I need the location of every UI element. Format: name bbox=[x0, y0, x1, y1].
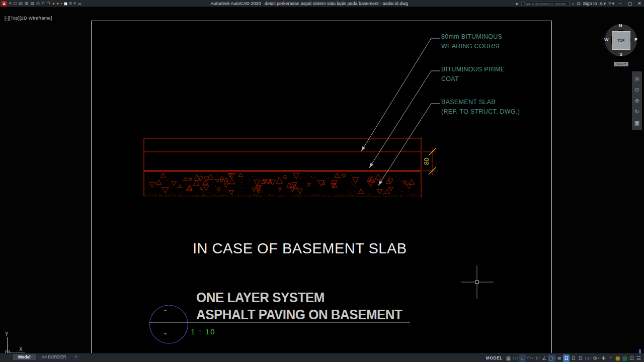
sheet-number: - bbox=[164, 329, 167, 337]
polar-tracking-icon[interactable]: ◠▾ bbox=[526, 354, 533, 362]
title-line-2: ASPHALT PAVING ON BASEMENT bbox=[196, 307, 402, 323]
navigation-bar[interactable]: ◎⊙⊕↻▣ bbox=[632, 71, 642, 130]
layout-tabs: Model A4 BORDER + bbox=[13, 354, 80, 360]
status-icons: MODEL ▦∷▾∟◠▾∖▾∠▢▾≣ΩΩΩ1:1▾⚙▾✚º▩▨⊡☰ bbox=[486, 353, 642, 362]
help-icon[interactable]: ? ▾ bbox=[608, 1, 614, 6]
redo-icon[interactable]: ↷ bbox=[47, 0, 50, 7]
viewcube-top-face[interactable]: TOP bbox=[612, 31, 630, 50]
new-icon[interactable]: ▢ bbox=[13, 0, 17, 7]
close-button[interactable]: ✕ bbox=[636, 1, 643, 6]
annotation-2: BITUMINOUS PRIMECOAT bbox=[441, 65, 505, 84]
viewcube-east[interactable]: E bbox=[634, 37, 637, 42]
layer-thaw-icon[interactable]: ● bbox=[56, 0, 58, 7]
annotation-scale-icon[interactable]: Ω bbox=[577, 354, 584, 362]
qat-icons: ▢▤▥▧⎙↶↷ bbox=[13, 0, 50, 7]
viewcube-west[interactable]: W bbox=[604, 37, 609, 42]
title-bar: A ▾ ▢▤▥▧⎙↶↷ ● ● ▪ 0 ▾ ⚌ Autodesk AutoCAD… bbox=[0, 0, 644, 7]
scale-label: 1 : 10 bbox=[191, 327, 216, 336]
add-layout-button[interactable]: + bbox=[72, 354, 80, 360]
search-expand-icon[interactable]: ▸ bbox=[516, 1, 519, 6]
svg-text:Y: Y bbox=[5, 331, 9, 337]
app-menu-chevron-icon[interactable]: ▾ bbox=[9, 0, 11, 7]
search-input[interactable] bbox=[521, 1, 570, 6]
drawing-canvas[interactable]: [-][Top][2D Wireframe] 80YX 80mm BITUMIN… bbox=[0, 7, 644, 353]
navigation-wheel-icon[interactable]: ◎ bbox=[634, 76, 639, 81]
tab-a4-border[interactable]: A4 BORDER bbox=[37, 354, 71, 360]
quick-properties-icon[interactable]: º bbox=[607, 354, 614, 362]
snap-icon[interactable]: ∷▾ bbox=[512, 354, 519, 362]
workspace-icon[interactable]: ⚙▾ bbox=[593, 354, 600, 362]
zoom-icon[interactable]: ⊕ bbox=[634, 98, 639, 104]
orbit-icon[interactable]: ↻ bbox=[634, 109, 639, 115]
viewcube-south[interactable]: S bbox=[619, 52, 622, 57]
maximize-button[interactable]: ▢ bbox=[626, 1, 633, 6]
quick-access-toolbar: A ▾ ▢▤▥▧⎙↶↷ ● ● ▪ 0 ▾ ⚌ bbox=[2, 0, 82, 7]
search-icon[interactable]: ⌕ bbox=[572, 1, 575, 7]
svg-text:X: X bbox=[19, 346, 23, 352]
annotation-1: 80mm BITUMINOUSWEARING COURSE bbox=[441, 32, 502, 51]
customize-icon[interactable]: ☰ bbox=[635, 354, 642, 362]
viewport-controls-label[interactable]: [-][Top][2D Wireframe] bbox=[5, 16, 52, 21]
layer-lock-icon[interactable]: ▪ bbox=[61, 0, 62, 7]
title-underline bbox=[149, 322, 410, 322]
tray-notification bbox=[639, 349, 641, 353]
detail-number: - bbox=[164, 306, 167, 314]
lineweight-icon[interactable]: ≣ bbox=[556, 354, 562, 362]
annotation-visibility-icon[interactable]: Ω bbox=[563, 354, 570, 362]
object-snap-tracking-icon[interactable]: ∖▾ bbox=[534, 354, 540, 362]
pan-icon[interactable]: ⊙ bbox=[634, 87, 639, 93]
layer-dropdown-chevron-icon[interactable]: ▾ bbox=[73, 0, 75, 7]
ortho-icon[interactable]: ∟ bbox=[519, 354, 526, 362]
autocad-logo[interactable]: A bbox=[2, 1, 7, 7]
clean-screen-icon[interactable]: ⊡ bbox=[628, 354, 635, 362]
annotation-3: BASEMENT SLAB(REF. TO STRUCT. DWG.) bbox=[441, 98, 520, 117]
save-icon[interactable]: ▥ bbox=[25, 0, 29, 7]
minimize-button[interactable]: – bbox=[617, 1, 624, 6]
showmotion-icon[interactable]: ▣ bbox=[634, 120, 639, 126]
user-icon: Ω bbox=[577, 1, 581, 6]
autoscale-icon[interactable]: Ω bbox=[570, 354, 577, 362]
plot-icon[interactable]: ⎙ bbox=[36, 0, 39, 7]
viewcube-north[interactable]: N bbox=[619, 23, 622, 28]
sign-in-button[interactable]: Sign In bbox=[583, 1, 597, 6]
layer-color-swatch bbox=[64, 2, 67, 6]
annotation-monitor-icon[interactable]: ✚ bbox=[600, 354, 607, 362]
app-store-icon[interactable]: Δ ▾ bbox=[599, 1, 606, 6]
status-bar: Model A4 BORDER + MODEL ▦∷▾∟◠▾∖▾∠▢▾≣ΩΩΩ1… bbox=[0, 353, 644, 362]
window-title: Autodesk AutoCAD 2020 detail perkerasan … bbox=[126, 0, 493, 7]
isometric-drafting-icon[interactable]: ∠ bbox=[541, 354, 547, 362]
drawing-caption: IN CASE OF BASEMENT SLAB bbox=[193, 240, 407, 257]
qat-customize-icon[interactable]: ⚌ bbox=[78, 0, 82, 7]
wcs-dropdown[interactable]: WCS ▾ bbox=[614, 62, 628, 66]
saveas-icon[interactable]: ▧ bbox=[31, 0, 35, 7]
title-line-1: ONE LAYER SYSTEM bbox=[196, 290, 325, 306]
undo-icon[interactable]: ↶ bbox=[42, 0, 45, 7]
layer-on-icon[interactable]: ● bbox=[52, 0, 54, 7]
layer-dropdown[interactable]: 0 bbox=[69, 0, 71, 7]
isolate-objects-icon[interactable]: ▩ bbox=[614, 354, 621, 362]
scale-value[interactable]: 1:1▾ bbox=[584, 354, 592, 362]
model-space-button[interactable]: MODEL bbox=[486, 355, 503, 360]
graphics-performance-icon[interactable]: ▨ bbox=[621, 354, 628, 362]
object-snap-icon[interactable]: ▢▾ bbox=[548, 354, 555, 362]
infocenter: ▸ ⌕ Ω Sign In Δ ▾ ? ▾ – ▢ ✕ bbox=[516, 0, 643, 7]
tab-model[interactable]: Model bbox=[13, 354, 36, 360]
open-icon[interactable]: ▤ bbox=[19, 0, 23, 7]
grid-icon[interactable]: ▦ bbox=[505, 354, 512, 362]
